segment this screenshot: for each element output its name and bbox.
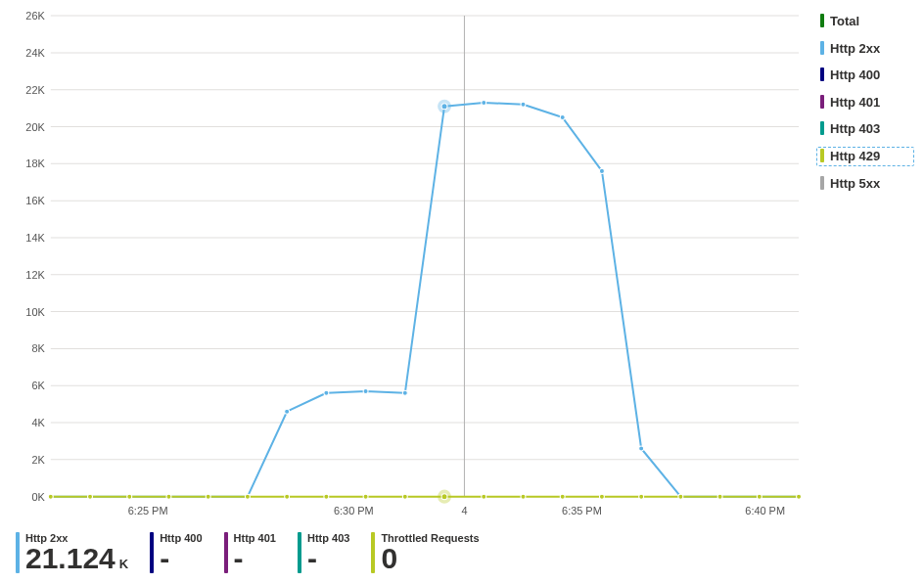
svg-text:6:35 PM: 6:35 PM: [562, 505, 602, 516]
legend-item-http-5xx[interactable]: Http 5xx: [816, 174, 914, 194]
svg-point-73: [797, 494, 802, 499]
stat-http-401: Http 401-: [224, 532, 276, 573]
legend-label: Http 5xx: [830, 176, 880, 192]
svg-text:24K: 24K: [25, 47, 45, 59]
legend-label: Http 403: [830, 121, 880, 137]
stat-color-bar: [298, 532, 301, 573]
svg-point-62: [363, 494, 368, 499]
stat-http-403: Http 403-: [298, 532, 349, 573]
svg-point-61: [324, 494, 329, 499]
svg-point-72: [757, 494, 762, 499]
svg-text:6:30 PM: 6:30 PM: [334, 505, 374, 516]
stat-throttled-requests: Throttled Requests0: [371, 532, 479, 573]
svg-point-48: [599, 168, 604, 173]
svg-point-45: [482, 100, 486, 105]
stats-bar: Http 2xx21.124KHttp 400-Http 401-Http 40…: [10, 532, 914, 573]
legend-item-http-2xx[interactable]: Http 2xx: [816, 39, 914, 59]
legend-label: Http 401: [830, 95, 880, 111]
svg-point-68: [599, 494, 604, 499]
legend: TotalHttp 2xxHttp 400Http 401Http 403Htt…: [816, 10, 914, 524]
svg-point-63: [402, 494, 407, 499]
svg-text:22K: 22K: [25, 84, 45, 96]
svg-point-58: [206, 494, 210, 499]
line-chart[interactable]: 0K2K4K6K8K10K12K14K16K18K20K22K24K26K6:2…: [10, 10, 816, 524]
stat-value: -: [307, 544, 349, 573]
legend-item-total[interactable]: Total: [816, 12, 914, 31]
svg-point-42: [363, 388, 368, 393]
legend-item-http-401[interactable]: Http 401: [816, 93, 914, 112]
svg-point-67: [560, 494, 565, 499]
svg-text:14K: 14K: [25, 232, 45, 244]
svg-text:10K: 10K: [25, 306, 45, 318]
stat-value: 0: [381, 544, 479, 573]
legend-item-http-403[interactable]: Http 403: [816, 119, 914, 139]
svg-point-60: [285, 494, 290, 499]
svg-point-46: [521, 102, 526, 107]
legend-swatch: [820, 176, 824, 190]
legend-item-http-429[interactable]: Http 429: [816, 147, 914, 166]
svg-point-65: [482, 494, 486, 499]
legend-label: Http 400: [830, 67, 880, 83]
svg-point-71: [717, 494, 722, 499]
legend-swatch: [820, 121, 824, 135]
stat-color-bar: [16, 532, 20, 573]
legend-swatch: [820, 95, 824, 109]
svg-point-40: [285, 409, 290, 414]
svg-text:0K: 0K: [31, 491, 45, 503]
svg-text:8K: 8K: [31, 342, 45, 354]
stat-value: -: [160, 544, 202, 573]
svg-point-69: [639, 494, 644, 499]
svg-point-49: [639, 446, 644, 451]
svg-text:26K: 26K: [25, 10, 45, 22]
svg-point-55: [88, 494, 93, 499]
stat-http-400: Http 400-: [150, 532, 202, 573]
svg-text:4K: 4K: [31, 417, 45, 428]
legend-label: Total: [830, 14, 859, 29]
svg-point-77: [441, 494, 447, 500]
stat-color-bar: [224, 532, 228, 573]
stat-value: 21.124K: [25, 544, 128, 573]
legend-swatch: [820, 149, 824, 162]
svg-text:6:25 PM: 6:25 PM: [128, 505, 168, 516]
svg-text:4: 4: [461, 505, 467, 516]
svg-point-54: [48, 494, 53, 499]
svg-text:12K: 12K: [25, 269, 45, 281]
legend-swatch: [820, 14, 824, 27]
stat-color-bar: [371, 532, 375, 573]
stat-http-2xx: Http 2xx21.124K: [16, 532, 128, 573]
legend-item-http-400[interactable]: Http 400: [816, 66, 914, 85]
svg-point-47: [560, 115, 565, 120]
svg-point-70: [678, 494, 683, 499]
svg-text:2K: 2K: [31, 454, 45, 466]
legend-label: Http 2xx: [830, 41, 880, 57]
svg-point-43: [402, 390, 407, 395]
svg-text:18K: 18K: [25, 157, 45, 169]
svg-point-66: [521, 494, 526, 499]
svg-text:6K: 6K: [31, 380, 45, 391]
stat-color-bar: [150, 532, 154, 573]
svg-text:6:40 PM: 6:40 PM: [745, 505, 785, 516]
legend-label: Http 429: [830, 149, 880, 164]
svg-point-41: [324, 390, 329, 395]
stat-value: -: [234, 544, 276, 573]
legend-swatch: [820, 41, 824, 55]
svg-point-57: [166, 494, 171, 499]
svg-point-56: [127, 494, 132, 499]
svg-point-59: [245, 494, 250, 499]
svg-text:20K: 20K: [25, 120, 45, 132]
legend-swatch: [820, 67, 824, 81]
svg-point-75: [441, 104, 447, 110]
svg-text:16K: 16K: [25, 195, 45, 206]
